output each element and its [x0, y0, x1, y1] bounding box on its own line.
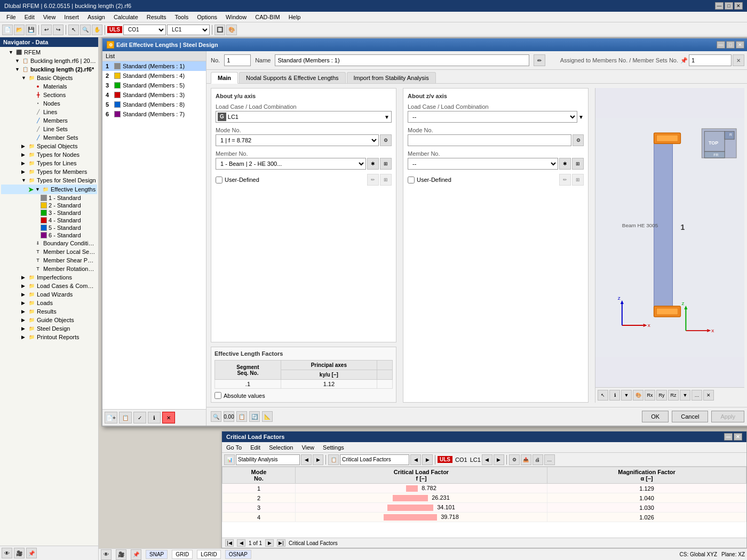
tab-main[interactable]: Main	[211, 72, 238, 84]
ok-button[interactable]: OK	[642, 411, 669, 422]
list-item-2[interactable]: 2 Standard (Members : 4)	[102, 71, 206, 81]
nav-item-imperfections[interactable]: ▶ 📁 Imperfections	[1, 273, 97, 282]
clf-nav-co-next[interactable]: ▶	[494, 454, 504, 465]
toolbar-select[interactable]: ↖	[68, 25, 79, 35]
mode-z-btn[interactable]: ⚙	[573, 134, 584, 146]
clf-nav-next[interactable]: ▶	[313, 454, 323, 465]
dlg-bottom-btn-1[interactable]: 🔍	[211, 411, 221, 422]
assigned-input[interactable]	[689, 54, 732, 66]
assigned-btn[interactable]: ✕	[733, 54, 744, 66]
menu-view[interactable]: View	[39, 13, 60, 21]
view-btn-cursor[interactable]: ↖	[598, 390, 608, 401]
clf-footer-prev[interactable]: ◀	[237, 539, 245, 547]
toolbar-co-select[interactable]: CO1	[123, 25, 166, 35]
dlg-bottom-btn-3[interactable]: 📋	[236, 411, 247, 422]
view-btn-x-rot[interactable]: Rx	[645, 390, 655, 401]
close-button[interactable]: ✕	[734, 2, 743, 10]
nav-item-sections[interactable]: ╋ Sections	[1, 91, 97, 99]
nav-item-loadcases[interactable]: ▶ 📁 Load Cases & Combinati	[1, 282, 97, 290]
menu-calculate[interactable]: Calculate	[109, 13, 142, 21]
menu-window[interactable]: Window	[221, 13, 251, 21]
list-item-1[interactable]: 1 Standard (Members : 1)	[102, 61, 206, 71]
nav-item-linesets[interactable]: ╱ Line Sets	[1, 125, 97, 133]
nav-item-memberrot[interactable]: T Member Rotational R	[1, 265, 97, 273]
lc-y-select-wrap[interactable]: G LC1 ▼	[216, 111, 392, 123]
clf-btn-export[interactable]: 📤	[521, 454, 531, 465]
view-btn-close[interactable]: ✕	[703, 390, 714, 401]
mode-y-btn[interactable]: ⚙	[380, 134, 392, 146]
dialog-minimize[interactable]: —	[717, 41, 725, 49]
user-defined-y-checkbox[interactable]	[216, 177, 222, 183]
apply-button[interactable]: Apply	[711, 411, 744, 422]
nav-item-el-4[interactable]: 4 - Standard	[1, 217, 97, 224]
view-btn-info[interactable]: ℹ	[609, 390, 620, 401]
toolbar-save[interactable]: 💾	[26, 25, 36, 35]
toolbar-open[interactable]: 📂	[14, 25, 25, 35]
nav-item-file2[interactable]: ▼ 📋 buckling length (2).rf6*	[1, 65, 97, 74]
clf-nav-prev2[interactable]: ◀	[410, 454, 421, 465]
menu-cad-bim[interactable]: CAD-BIM	[251, 13, 284, 21]
nav-item-el-3[interactable]: 3 - Standard	[1, 209, 97, 217]
menu-tools[interactable]: Tools	[170, 13, 193, 21]
list-info-btn[interactable]: ℹ	[148, 412, 161, 423]
member-y-btn2[interactable]: ⊞	[380, 158, 392, 170]
ud-y-btn1[interactable]: ✏	[367, 174, 379, 186]
clf-btn-settings[interactable]: ⚙	[509, 454, 520, 465]
list-delete-btn[interactable]: ✕	[162, 412, 175, 423]
list-copy-btn[interactable]: 📋	[119, 412, 132, 423]
nav-item-membershear[interactable]: T Member Shear Panels	[1, 256, 97, 265]
view-btn-y-rot[interactable]: Ry	[656, 390, 667, 401]
member-z-btn1[interactable]: ✱	[559, 158, 571, 170]
ud-z-btn1[interactable]: ✏	[559, 174, 571, 186]
list-item-6[interactable]: 6 Standard (Members : 7)	[102, 109, 206, 119]
abs-values-checkbox[interactable]	[214, 392, 221, 399]
clf-icon-table2[interactable]: 📋	[328, 454, 339, 465]
nav-item-results[interactable]: ▶ 📁 Results	[1, 307, 97, 316]
clf-min-btn[interactable]: —	[724, 433, 733, 441]
status-icon-2[interactable]: 🎥	[116, 549, 126, 560]
list-item-5[interactable]: 5 Standard (Members : 8)	[102, 100, 206, 109]
maximize-button[interactable]: □	[725, 2, 733, 10]
nav-btn-1[interactable]: 👁	[2, 548, 12, 558]
nav-item-special[interactable]: ▶ 📁 Special Objects	[1, 142, 97, 150]
view-btn-z-rot[interactable]: Rz	[668, 390, 679, 401]
toolbar-lc-select[interactable]: LC1	[167, 25, 210, 35]
list-add-btn[interactable]: 📄+	[105, 412, 117, 423]
menu-results[interactable]: Results	[142, 13, 171, 21]
nav-item-el-5[interactable]: 5 - Standard	[1, 224, 97, 231]
elf-ky-1[interactable]: 1.12	[281, 380, 377, 389]
dlg-bottom-btn-4[interactable]: 🔄	[249, 411, 260, 422]
nav-item-steeldesign[interactable]: ▶ 📁 Steel Design	[1, 324, 97, 333]
nav-item-materials[interactable]: ● Materials	[1, 82, 97, 91]
nav-item-el-6[interactable]: 6 - Standard	[1, 231, 97, 239]
status-lgrid[interactable]: LGRID	[197, 550, 221, 559]
nav-item-el-2[interactable]: 2 - Standard	[1, 202, 97, 209]
nav-btn-3[interactable]: 📌	[26, 548, 37, 558]
user-defined-y-label[interactable]: User-Defined	[216, 177, 259, 183]
dlg-bottom-btn-2[interactable]: 0.00	[224, 411, 234, 422]
menu-edit[interactable]: Edit	[20, 13, 39, 21]
toolbar-redo[interactable]: ↪	[53, 25, 63, 35]
clf-menu-view[interactable]: View	[299, 443, 316, 452]
nav-item-printout[interactable]: ▶ 📁 Printout Reports	[1, 333, 97, 341]
toolbar-undo[interactable]: ↩	[41, 25, 52, 35]
list-check-btn[interactable]: ✓	[133, 412, 146, 423]
clf-close-btn[interactable]: ✕	[734, 433, 742, 441]
menu-file[interactable]: File	[2, 13, 20, 21]
nav-btn-2[interactable]: 🎥	[14, 548, 25, 558]
status-icon-3[interactable]: 📌	[131, 549, 141, 560]
dlg-bottom-btn-5[interactable]: 📐	[262, 411, 273, 422]
clf-nav-prev[interactable]: ◀	[301, 454, 312, 465]
mode-z-input[interactable]	[408, 134, 571, 146]
view-btn-drop2[interactable]: ▼	[680, 390, 690, 401]
clf-menu-goto[interactable]: Go To	[224, 443, 244, 452]
view-btn-render[interactable]: 🎨	[633, 390, 643, 401]
nav-item-membersets[interactable]: ╱ Member Sets	[1, 133, 97, 142]
user-defined-z-checkbox[interactable]	[408, 177, 415, 183]
toolbar-pan[interactable]: ✋	[92, 25, 102, 35]
status-osnap[interactable]: OSNAP	[225, 550, 251, 559]
clf-menu-settings[interactable]: Settings	[321, 443, 346, 452]
member-y-btn1[interactable]: ✱	[367, 158, 379, 170]
status-grid[interactable]: GRID	[172, 550, 193, 559]
menu-assign[interactable]: Assign	[83, 13, 109, 21]
